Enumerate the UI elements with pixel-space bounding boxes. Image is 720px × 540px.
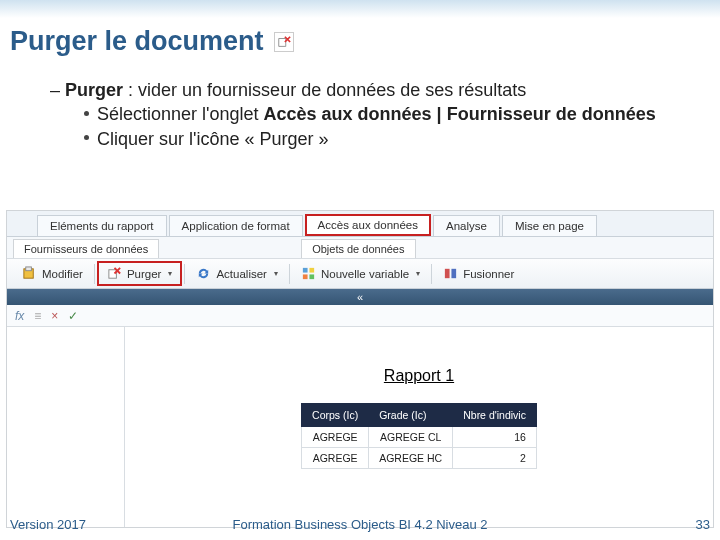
formula-bar[interactable]: fx ≡ × ✓ [7,305,713,327]
svg-rect-6 [309,274,314,279]
tab-analysis[interactable]: Analyse [433,215,500,236]
report-title: Rapport 1 [384,367,454,385]
sub2: Cliquer sur l'icône « Purger » [97,129,329,149]
purger-button[interactable]: Purger ▾ [97,261,183,286]
variable-icon [301,266,316,281]
bullet-icon [84,135,89,140]
fx-sep: ≡ [34,309,41,323]
svg-rect-3 [303,268,308,273]
cell: AGREGE HC [369,448,453,469]
modifier-button[interactable]: Modifier [13,262,92,285]
footer-center: Formation Business Objects BI 4.2 Niveau… [232,517,487,532]
report-canvas: Rapport 1 Corps (Ic) Grade (Ic) Nbre d'i… [125,327,713,527]
chevron-left-icon: « [357,291,363,303]
subtab-data-providers[interactable]: Fournisseurs de données [13,239,159,258]
modifier-label: Modifier [42,268,83,280]
toolbar-sep [289,264,290,284]
fusionner-label: Fusionner [463,268,514,280]
data-table: Corps (Ic) Grade (Ic) Nbre d'indivic AGR… [301,403,537,469]
actualiser-button[interactable]: Actualiser ▾ [187,262,287,285]
merge-icon [443,266,458,281]
svg-rect-5 [303,274,308,279]
purger-icon [107,266,122,281]
col-header: Corps (Ic) [302,404,369,427]
cell: AGREGE [302,427,369,448]
nouvelle-variable-button[interactable]: Nouvelle variable ▾ [292,262,429,285]
cell: 16 [453,427,537,448]
svg-rect-4 [309,268,314,273]
collapse-bar[interactable]: « [7,289,713,305]
caret-icon: ▾ [168,269,172,278]
modifier-icon [22,266,37,281]
bullet-icon [84,111,89,116]
caret-icon: ▾ [416,269,420,278]
app-screenshot-panel: Eléments du rapport Application de forma… [6,210,714,528]
slide-title: Purger le document [10,26,264,57]
top-gradient [0,0,720,18]
fx-cancel-icon[interactable]: × [51,309,58,323]
purge-icon [274,32,294,52]
dash: – [50,80,65,100]
sub-tab-row: Fournisseurs de données Objets de donnée… [7,237,713,259]
toolbar: Modifier Purger ▾ Actualiser ▾ Nouvelle … [7,259,713,289]
col-header: Grade (Ic) [369,404,453,427]
body-text: – Purger : vider un fournisseur de donné… [32,78,690,151]
tab-data-access[interactable]: Accès aux données [305,214,431,236]
toolbar-sep [184,264,185,284]
actualiser-label: Actualiser [216,268,267,280]
footer-page: 33 [696,517,710,532]
rest1: : vider un fournisseur de données de ses… [123,80,526,100]
svg-rect-7 [445,269,450,278]
footer-version: Version 2017 [10,517,86,532]
tab-format[interactable]: Application de format [169,215,303,236]
fx-label: fx [15,309,24,323]
cell: AGREGE [302,448,369,469]
caret-icon: ▾ [274,269,278,278]
purger-label: Purger [127,268,162,280]
sub1a: Sélectionner l'onglet [97,104,264,124]
fusionner-button[interactable]: Fusionner [434,262,523,285]
main-tab-row: Eléments du rapport Application de forma… [7,211,713,237]
subtab-data-objects[interactable]: Objets de données [301,239,415,258]
bold-purger: Purger [65,80,123,100]
footer: Version 2017 Formation Business Objects … [0,517,720,532]
cell: 2 [453,448,537,469]
cell: AGREGE CL [369,427,453,448]
svg-rect-1 [26,267,32,271]
toolbar-sep [431,264,432,284]
nouvelle-var-label: Nouvelle variable [321,268,409,280]
sub1b: Accès aux données | Fournisseur de donné… [264,104,656,124]
table-row: AGREGE AGREGE HC 2 [302,448,537,469]
svg-rect-8 [452,269,457,278]
left-report-strip [7,327,125,527]
tab-elements[interactable]: Eléments du rapport [37,215,167,236]
title-row: Purger le document [10,26,294,57]
col-header: Nbre d'indivic [453,404,537,427]
tab-layout[interactable]: Mise en page [502,215,597,236]
table-row: AGREGE AGREGE CL 16 [302,427,537,448]
refresh-icon [196,266,211,281]
fx-confirm-icon[interactable]: ✓ [68,309,78,323]
content-row: Rapport 1 Corps (Ic) Grade (Ic) Nbre d'i… [7,327,713,527]
toolbar-sep [94,264,95,284]
